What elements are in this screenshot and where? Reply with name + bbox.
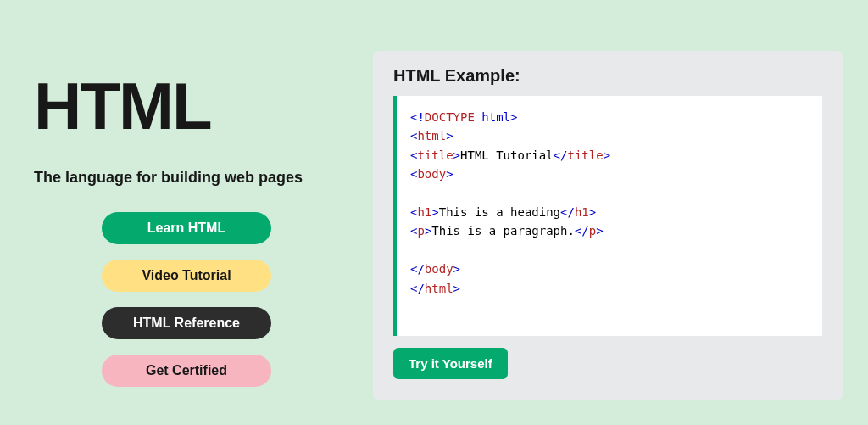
code-line: </html> (410, 279, 809, 298)
code-line (410, 241, 809, 260)
code-line: </body> (410, 260, 809, 278)
code-line: <html> (410, 126, 809, 145)
code-line: <!DOCTYPE html> (410, 108, 809, 126)
code-line: <title>HTML Tutorial</title> (410, 146, 809, 165)
html-reference-button[interactable]: HTML Reference (102, 307, 271, 339)
get-certified-button[interactable]: Get Certified (102, 355, 271, 387)
try-it-yourself-button[interactable]: Try it Yourself (393, 348, 508, 379)
code-line: <body> (410, 165, 809, 183)
hero-panel: HTML The language for building web pages… (34, 51, 339, 400)
button-group: Learn HTML Video Tutorial HTML Reference… (34, 212, 339, 387)
example-title: HTML Example: (393, 66, 822, 86)
video-tutorial-button[interactable]: Video Tutorial (102, 260, 271, 292)
learn-html-button[interactable]: Learn HTML (102, 212, 271, 244)
page-title: HTML (34, 68, 339, 145)
example-panel: HTML Example: <!DOCTYPE html> <html> <ti… (373, 51, 843, 400)
page-subtitle: The language for building web pages (34, 169, 339, 187)
code-line (410, 184, 809, 203)
code-example: <!DOCTYPE html> <html> <title>HTML Tutor… (393, 96, 822, 336)
code-line: <p>This is a paragraph.</p> (410, 221, 809, 240)
code-line: <h1>This is a heading</h1> (410, 203, 809, 221)
